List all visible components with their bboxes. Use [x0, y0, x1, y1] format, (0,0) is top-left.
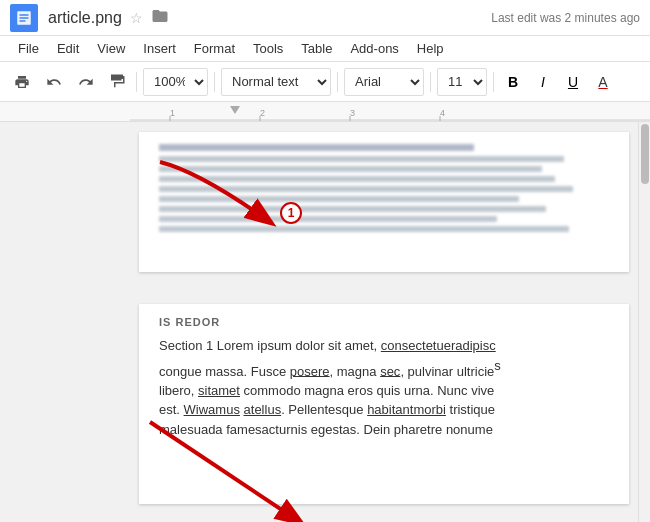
paint-format-button[interactable]	[104, 69, 130, 95]
page2-text-9: . Pellentesque	[281, 402, 367, 417]
underline-button[interactable]: U	[560, 69, 586, 95]
title-bar: article.png ☆ Last edit was 2 minutes ag…	[0, 0, 650, 36]
toolbar-divider-4	[430, 72, 431, 92]
page-2: IS REDOR Section 1 Lorem ipsum dolor sit…	[139, 304, 629, 504]
page1-line8	[159, 216, 497, 222]
toolbar: 100% Normal text Arial 11 B I U A	[0, 62, 650, 102]
page1-line6	[159, 196, 519, 202]
page2-header: IS REDOR	[159, 316, 609, 328]
page2-text-2: congue massa. Fusce	[159, 363, 290, 378]
svg-text:2: 2	[260, 108, 265, 118]
page-gap	[130, 282, 638, 294]
main-area: IS REDOR Section 1 Lorem ipsum dolor sit…	[0, 122, 650, 522]
page-1	[139, 132, 629, 272]
print-button[interactable]	[8, 68, 36, 96]
ruler: 1 2 3 4	[0, 102, 650, 122]
redo-button[interactable]	[72, 68, 100, 96]
size-select[interactable]: 11	[437, 68, 487, 96]
menu-view[interactable]: View	[89, 39, 133, 58]
italic-button[interactable]: I	[530, 69, 556, 95]
page1-line3	[159, 166, 542, 172]
page1-line4	[159, 176, 555, 182]
menu-edit[interactable]: Edit	[49, 39, 87, 58]
menu-format[interactable]: Format	[186, 39, 243, 58]
menu-tools[interactable]: Tools	[245, 39, 291, 58]
scrollbar-thumb[interactable]	[641, 124, 649, 184]
marker-1: 1	[280, 202, 302, 224]
svg-text:1: 1	[170, 108, 175, 118]
svg-text:3: 3	[350, 108, 355, 118]
page2-text-7: est.	[159, 402, 184, 417]
menu-file[interactable]: File	[10, 39, 47, 58]
edit-status: Last edit was 2 minutes ago	[491, 11, 640, 25]
page2-link-2[interactable]: posere	[290, 363, 330, 378]
page1-line7	[159, 206, 546, 212]
bold-button[interactable]: B	[500, 69, 526, 95]
menu-table[interactable]: Table	[293, 39, 340, 58]
page2-link-7[interactable]: habitantmorbi	[367, 402, 446, 417]
folder-icon	[151, 7, 169, 28]
menu-help[interactable]: Help	[409, 39, 452, 58]
document-area[interactable]: IS REDOR Section 1 Lorem ipsum dolor sit…	[130, 122, 638, 522]
page2-content: IS REDOR Section 1 Lorem ipsum dolor sit…	[139, 304, 629, 451]
page2-link-4[interactable]: sitamet	[198, 383, 240, 398]
toolbar-divider-2	[214, 72, 215, 92]
svg-text:4: 4	[440, 108, 445, 118]
page1-line9	[159, 226, 569, 232]
page2-text-5: libero,	[159, 383, 198, 398]
font-select[interactable]: Arial	[344, 68, 424, 96]
page1-line5	[159, 186, 573, 192]
text-color-button[interactable]: A	[590, 69, 616, 95]
undo-button[interactable]	[40, 68, 68, 96]
toolbar-divider-5	[493, 72, 494, 92]
style-select[interactable]: Normal text	[221, 68, 331, 96]
page2-text-6: commodo magna eros quis urna. Nunc vive	[240, 383, 494, 398]
page1-content	[139, 132, 629, 248]
zoom-select[interactable]: 100%	[143, 68, 208, 96]
page2-text-3: , magna	[330, 363, 381, 378]
toolbar-divider-1	[136, 72, 137, 92]
star-button[interactable]: ☆	[130, 10, 143, 26]
menu-addons[interactable]: Add-ons	[342, 39, 406, 58]
toolbar-divider-3	[337, 72, 338, 92]
page1-line1	[159, 144, 474, 151]
menu-bar: File Edit View Insert Format Tools Table…	[0, 36, 650, 62]
page2-text-10: tristique	[446, 402, 495, 417]
page2-body: Section 1 Lorem ipsum dolor sit amet, co…	[159, 336, 609, 439]
page2-text-11: malesuada famesacturnis egestas. Dein ph…	[159, 422, 493, 437]
vertical-scrollbar[interactable]	[638, 122, 650, 522]
page2-link-6[interactable]: atellus	[244, 402, 282, 417]
menu-insert[interactable]: Insert	[135, 39, 184, 58]
left-sidebar	[0, 122, 130, 522]
page2-text-4: , pulvinar ultricie	[400, 363, 494, 378]
document-title: article.png	[48, 9, 122, 27]
page1-line2	[159, 156, 564, 162]
page2-link-5[interactable]: Wiwamus	[184, 402, 240, 417]
page2-link-1[interactable]: consectetueradipisc	[381, 338, 496, 353]
app-logo	[10, 4, 38, 32]
page2-text-before-link: Section 1 Lorem ipsum dolor sit amet,	[159, 338, 381, 353]
page2-link-3[interactable]: sec	[380, 363, 400, 378]
